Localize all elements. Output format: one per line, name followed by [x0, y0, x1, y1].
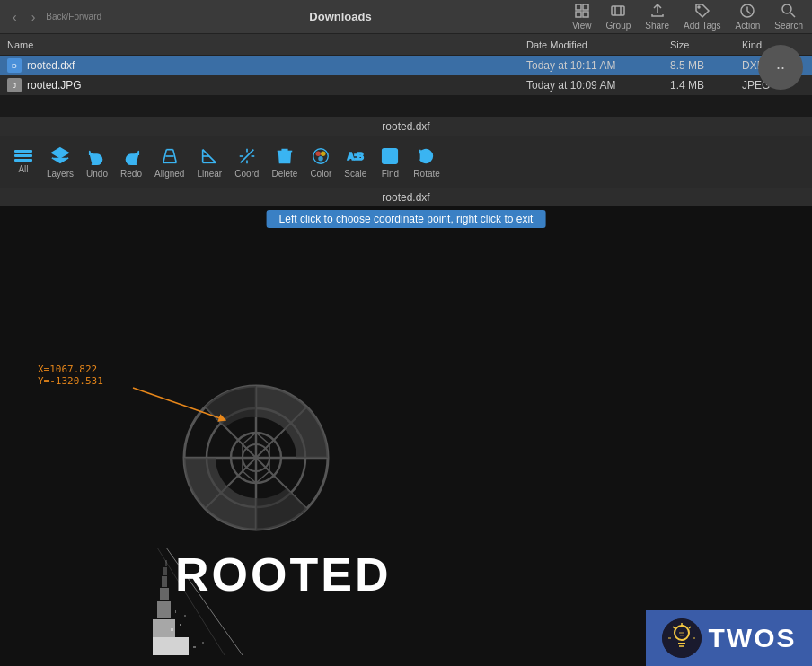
file-icon-jpg: J [7, 78, 22, 92]
layers-item[interactable]: Layers [41, 143, 79, 182]
svg-point-36 [184, 386, 328, 530]
svg-point-9 [782, 4, 791, 13]
find-item[interactable]: Find [374, 143, 406, 182]
svg-rect-44 [153, 637, 189, 655]
coord-arrow [43, 370, 259, 442]
rotate-label: Rotate [413, 169, 439, 179]
avatar: ·· [758, 45, 803, 90]
dxf-toolbar: All Layers Undo Redo Aligned [0, 136, 812, 188]
dxf-canvas-title: rooted.dxf [382, 191, 429, 204]
back-button[interactable]: ‹ [9, 8, 21, 26]
brand-logo-svg [175, 377, 337, 539]
rooted-text: ROOTED [175, 548, 391, 600]
aligned-item[interactable]: Aligned [149, 143, 190, 182]
redo-item[interactable]: Redo [115, 143, 147, 182]
svg-rect-56 [175, 610, 176, 613]
svg-point-28 [321, 151, 326, 156]
file-row-jpg[interactable]: J rooted.JPG Today at 10:09 AM 1.4 MB JP… [0, 75, 812, 95]
addtags-label: Add Tags [684, 21, 721, 31]
col-date: Date Modified [526, 39, 670, 50]
svg-rect-45 [153, 619, 175, 637]
svg-rect-0 [576, 4, 581, 10]
file-size-jpg: 1.4 MB [670, 79, 742, 92]
svg-point-32 [387, 152, 393, 158]
color-item[interactable]: Color [304, 143, 337, 182]
twos-logo-svg [662, 618, 702, 658]
svg-point-27 [316, 151, 322, 156]
linear-icon [199, 146, 219, 166]
scale-item[interactable]: A:B Scale [339, 143, 372, 182]
view-toolbar-item[interactable]: View [572, 3, 592, 31]
coord-item[interactable]: Coord [229, 143, 264, 182]
scale-label: Scale [344, 169, 366, 179]
svg-rect-48 [162, 576, 167, 587]
group-toolbar-item[interactable]: Group [606, 3, 631, 31]
find-label: Find [382, 169, 399, 179]
svg-rect-1 [583, 4, 588, 10]
file-name-dxf: D rooted.dxf [7, 58, 526, 73]
all-label: All [18, 164, 28, 174]
coord-label: Coord [234, 169, 259, 179]
dxf-canvas-title-bar: rooted.dxf [0, 188, 812, 206]
svg-line-10 [790, 13, 795, 17]
svg-rect-4 [612, 6, 624, 15]
svg-text:A:B: A:B [348, 151, 364, 161]
svg-rect-51 [171, 628, 173, 631]
coord-y: Y=-1320.531 [38, 375, 103, 387]
layers-toolbar-item[interactable]: All [7, 146, 40, 178]
svg-line-41 [205, 407, 307, 509]
coord-icon [237, 146, 257, 166]
svg-rect-52 [180, 624, 181, 626]
undo-item[interactable]: Undo [81, 143, 113, 182]
find-icon [380, 146, 400, 166]
action-label: Action [736, 21, 761, 31]
redo-label: Redo [120, 169, 142, 179]
forward-button[interactable]: › [28, 8, 40, 26]
svg-line-57 [166, 548, 243, 655]
svg-rect-3 [583, 12, 588, 17]
twos-logo [662, 618, 702, 658]
coord-x: X=1067.822 [38, 364, 103, 375]
twos-badge: TWOS [646, 610, 812, 666]
file-date-jpg: Today at 10:09 AM [526, 79, 670, 92]
dxf-title-text: rooted.dxf [382, 120, 429, 133]
finder-toolbar: View Group Share Add Tags [572, 3, 803, 31]
search-toolbar-item[interactable]: Search [774, 3, 803, 31]
svg-point-38 [231, 433, 281, 483]
color-label: Color [310, 169, 331, 179]
svg-marker-11 [52, 147, 68, 157]
layers-label: Layers [47, 169, 74, 179]
file-size-dxf: 8.5 MB [670, 59, 742, 72]
rooted-brand-text: ROOTED [175, 548, 391, 601]
finder-window-title: Downloads [116, 10, 565, 23]
undo-icon [87, 146, 107, 166]
delete-label: Delete [271, 169, 297, 179]
rotate-item[interactable]: Rotate [408, 143, 445, 182]
delete-item[interactable]: Delete [266, 143, 303, 182]
dxf-canvas[interactable]: X=1067.822 Y=-1320.531 [0, 206, 812, 666]
svg-rect-54 [202, 642, 204, 644]
search-label: Search [774, 21, 803, 31]
linear-label: Linear [197, 169, 222, 179]
aligned-label: Aligned [154, 169, 184, 179]
svg-rect-47 [160, 588, 169, 600]
share-label: Share [645, 21, 669, 31]
file-icon-dxf: D [7, 58, 22, 73]
col-name: Name [7, 39, 526, 50]
view-label: View [572, 21, 592, 31]
delete-icon [275, 146, 295, 166]
svg-line-34 [133, 388, 223, 419]
instruction-tooltip: Left click to choose coordinate point, r… [267, 210, 546, 228]
file-row-dxf[interactable]: D rooted.dxf Today at 10:11 AM 8.5 MB DX… [0, 56, 812, 75]
share-toolbar-item[interactable]: Share [645, 3, 669, 31]
svg-point-37 [207, 408, 305, 507]
svg-point-43 [243, 444, 269, 471]
action-toolbar-item[interactable]: Action [736, 3, 761, 31]
finder-table-header: Name Date Modified Size Kind [0, 34, 812, 56]
rotate-icon [417, 146, 437, 166]
svg-rect-53 [193, 646, 196, 648]
addtags-toolbar-item[interactable]: Add Tags [684, 3, 721, 31]
svg-line-42 [205, 407, 307, 509]
linear-item[interactable]: Linear [191, 143, 227, 182]
file-name-jpg: J rooted.JPG [7, 78, 526, 92]
